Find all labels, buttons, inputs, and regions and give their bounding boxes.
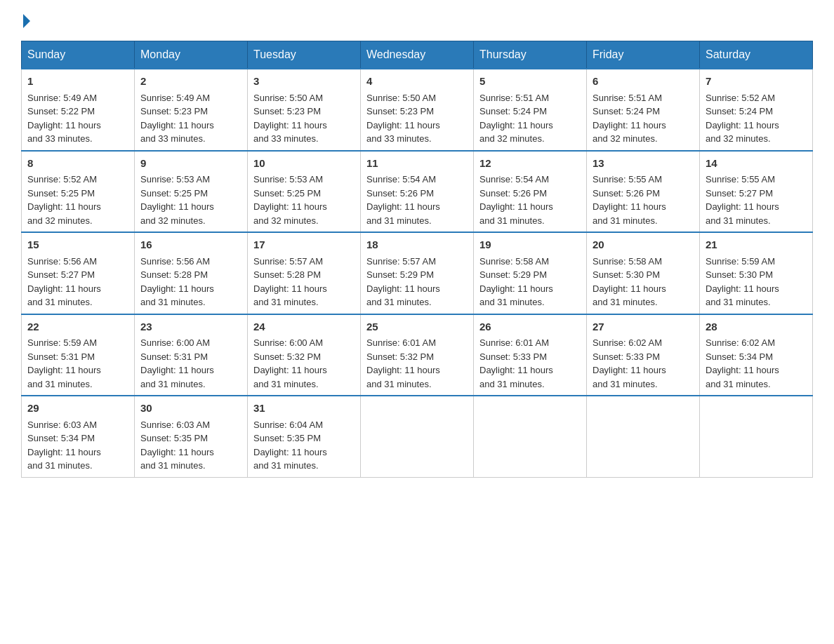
column-header-tuesday: Tuesday [248,41,361,69]
day-number: 21 [706,237,807,253]
day-number: 15 [27,237,128,253]
day-number: 23 [140,319,241,335]
calendar-cell: 12Sunrise: 5:54 AMSunset: 5:26 PMDayligh… [474,151,587,233]
day-number: 7 [706,74,807,90]
day-number: 28 [706,319,807,335]
day-number: 14 [706,156,807,172]
day-number: 16 [140,237,241,253]
calendar-cell: 5Sunrise: 5:51 AMSunset: 5:24 PMDaylight… [474,69,587,151]
day-number: 22 [27,319,128,335]
calendar-cell: 7Sunrise: 5:52 AMSunset: 5:24 PMDaylight… [700,69,813,151]
column-header-thursday: Thursday [474,41,587,69]
calendar-cell: 25Sunrise: 6:01 AMSunset: 5:32 PMDayligh… [361,314,474,396]
calendar-cell: 10Sunrise: 5:53 AMSunset: 5:25 PMDayligh… [248,151,361,233]
calendar-week-2: 8Sunrise: 5:52 AMSunset: 5:25 PMDaylight… [22,151,813,233]
day-number: 26 [479,319,581,335]
calendar-cell: 11Sunrise: 5:54 AMSunset: 5:26 PMDayligh… [361,151,474,233]
logo [21,14,30,28]
calendar-cell: 17Sunrise: 5:57 AMSunset: 5:28 PMDayligh… [248,232,361,314]
calendar-cell: 24Sunrise: 6:00 AMSunset: 5:32 PMDayligh… [248,314,361,396]
logo-arrow-icon [23,14,30,28]
calendar-header-row: SundayMondayTuesdayWednesdayThursdayFrid… [22,41,813,69]
day-number: 8 [27,156,128,172]
calendar-cell: 23Sunrise: 6:00 AMSunset: 5:31 PMDayligh… [135,314,248,396]
day-number: 30 [140,401,241,417]
calendar-cell: 26Sunrise: 6:01 AMSunset: 5:33 PMDayligh… [474,314,587,396]
calendar-cell: 6Sunrise: 5:51 AMSunset: 5:24 PMDaylight… [587,69,700,151]
calendar-week-1: 1Sunrise: 5:49 AMSunset: 5:22 PMDaylight… [22,69,813,151]
calendar-cell: 29Sunrise: 6:03 AMSunset: 5:34 PMDayligh… [22,396,135,477]
day-number: 20 [593,237,694,253]
day-number: 19 [479,237,581,253]
column-header-friday: Friday [587,41,700,69]
column-header-monday: Monday [135,41,248,69]
calendar-week-3: 15Sunrise: 5:56 AMSunset: 5:27 PMDayligh… [22,232,813,314]
calendar-cell: 20Sunrise: 5:58 AMSunset: 5:30 PMDayligh… [587,232,700,314]
calendar-cell: 18Sunrise: 5:57 AMSunset: 5:29 PMDayligh… [361,232,474,314]
calendar-cell: 15Sunrise: 5:56 AMSunset: 5:27 PMDayligh… [22,232,135,314]
day-number: 6 [593,74,694,90]
day-number: 11 [366,156,468,172]
day-number: 3 [253,74,355,90]
calendar-cell: 30Sunrise: 6:03 AMSunset: 5:35 PMDayligh… [135,396,248,477]
calendar-cell [474,396,587,477]
calendar-cell [361,396,474,477]
calendar-cell: 2Sunrise: 5:49 AMSunset: 5:23 PMDaylight… [135,69,248,151]
day-number: 12 [479,156,581,172]
day-number: 31 [253,401,355,417]
day-number: 1 [27,74,128,90]
column-header-wednesday: Wednesday [361,41,474,69]
day-number: 4 [366,74,468,90]
calendar-cell: 28Sunrise: 6:02 AMSunset: 5:34 PMDayligh… [700,314,813,396]
calendar-week-4: 22Sunrise: 5:59 AMSunset: 5:31 PMDayligh… [22,314,813,396]
day-number: 10 [253,156,355,172]
calendar-cell: 1Sunrise: 5:49 AMSunset: 5:22 PMDaylight… [22,69,135,151]
calendar-cell: 4Sunrise: 5:50 AMSunset: 5:23 PMDaylight… [361,69,474,151]
column-header-sunday: Sunday [22,41,135,69]
calendar-cell: 3Sunrise: 5:50 AMSunset: 5:23 PMDaylight… [248,69,361,151]
day-number: 9 [140,156,241,172]
calendar-cell: 21Sunrise: 5:59 AMSunset: 5:30 PMDayligh… [700,232,813,314]
page-header [21,14,813,28]
calendar-cell: 27Sunrise: 6:02 AMSunset: 5:33 PMDayligh… [587,314,700,396]
calendar-cell [587,396,700,477]
day-number: 25 [366,319,468,335]
column-header-saturday: Saturday [700,41,813,69]
day-number: 29 [27,401,128,417]
day-number: 13 [593,156,694,172]
calendar-cell: 14Sunrise: 5:55 AMSunset: 5:27 PMDayligh… [700,151,813,233]
calendar-cell: 22Sunrise: 5:59 AMSunset: 5:31 PMDayligh… [22,314,135,396]
calendar-cell: 19Sunrise: 5:58 AMSunset: 5:29 PMDayligh… [474,232,587,314]
day-number: 5 [479,74,581,90]
calendar-cell: 31Sunrise: 6:04 AMSunset: 5:35 PMDayligh… [248,396,361,477]
calendar-cell: 16Sunrise: 5:56 AMSunset: 5:28 PMDayligh… [135,232,248,314]
calendar-cell: 13Sunrise: 5:55 AMSunset: 5:26 PMDayligh… [587,151,700,233]
calendar-cell: 9Sunrise: 5:53 AMSunset: 5:25 PMDaylight… [135,151,248,233]
calendar-table: SundayMondayTuesdayWednesdayThursdayFrid… [21,41,813,478]
day-number: 2 [140,74,241,90]
day-number: 17 [253,237,355,253]
day-number: 18 [366,237,468,253]
calendar-week-5: 29Sunrise: 6:03 AMSunset: 5:34 PMDayligh… [22,396,813,477]
day-number: 27 [593,319,694,335]
calendar-cell: 8Sunrise: 5:52 AMSunset: 5:25 PMDaylight… [22,151,135,233]
day-number: 24 [253,319,355,335]
calendar-cell [700,396,813,477]
